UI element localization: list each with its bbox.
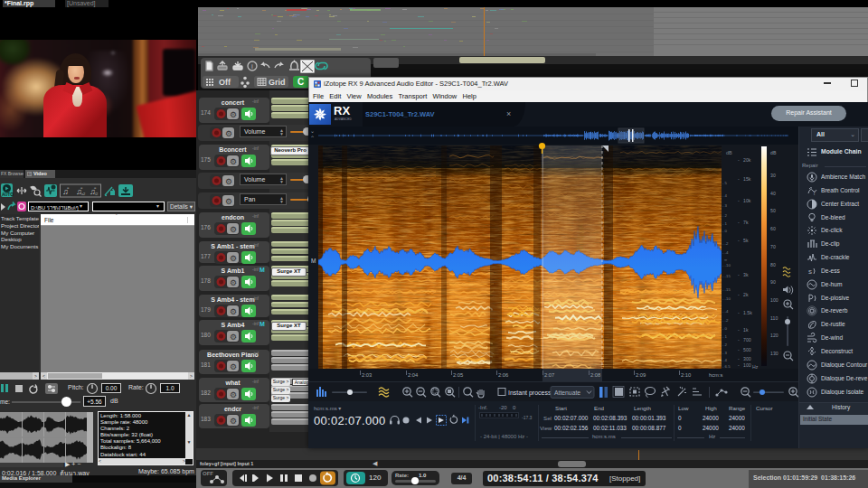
svg-text:AUTO: AUTO [2,192,14,197]
svg-text:=: = [67,185,70,190]
svg-text:⚙: ⚙ [230,110,237,119]
svg-text:⚙: ⚙ [230,278,237,287]
svg-text:Grid: Grid [269,78,286,87]
svg-text:Off: Off [219,78,231,87]
svg-text:Instant process: Instant process [508,389,552,397]
svg-text:⚙: ⚙ [230,307,237,316]
svg-text:l: l [814,191,815,196]
svg-text:s: s [808,267,812,276]
svg-text:x2: x2 [81,192,86,196]
svg-text:⚙: ⚙ [230,333,237,342]
svg-text:⚙: ⚙ [230,417,237,426]
svg-text:=: = [94,185,97,190]
svg-text:⚙: ⚙ [230,225,237,234]
svg-text:Attenuate: Attenuate [554,389,580,396]
svg-text:⚙: ⚙ [230,362,237,371]
svg-text:=: = [80,185,83,190]
svg-text:⚙: ⚙ [225,177,232,186]
svg-text:⚙: ⚙ [225,129,232,138]
svg-text:⚙: ⚙ [230,390,237,399]
svg-text:⚙: ⚙ [230,157,237,166]
svg-text:⚙: ⚙ [225,197,232,206]
svg-text:⚙: ⚙ [230,254,237,263]
svg-text:i: i [251,62,253,70]
svg-text:C: C [297,77,304,87]
svg-text:/2: /2 [95,192,99,196]
